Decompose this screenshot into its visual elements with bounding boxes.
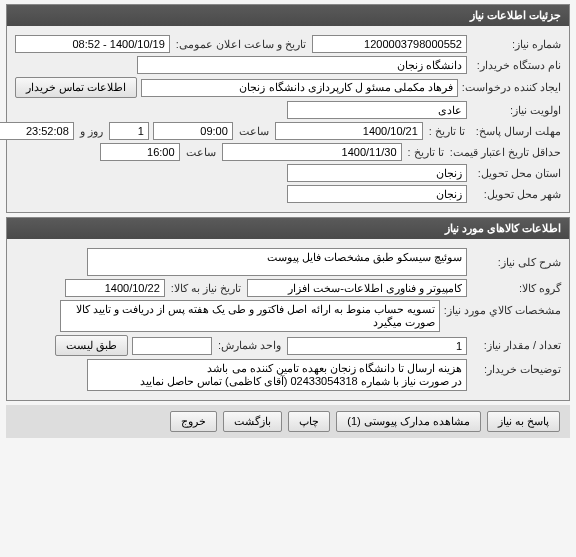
buyer-field[interactable] (137, 56, 467, 74)
row-delivery-province: استان محل تحویل: (15, 164, 561, 182)
items-info-body: شرح کلی نیاز: گروه کالا: تاریخ نیاز به ک… (7, 239, 569, 400)
group-label: گروه کالا: (471, 282, 561, 295)
row-buyer-notes: توضیحات خریدار: (15, 359, 561, 391)
need-number-label: شماره نیاز: (471, 38, 561, 51)
buyer-contact-button[interactable]: اطلاعات تماس خریدار (15, 77, 137, 98)
per-list-button[interactable]: طبق لیست (55, 335, 128, 356)
spec-label: مشخصات کالاي مورد نیاز: (444, 300, 561, 317)
requester-label: ایجاد کننده درخواست: (462, 81, 561, 94)
general-desc-field[interactable] (87, 248, 467, 276)
unit-field[interactable] (132, 337, 212, 355)
need-by-field[interactable] (65, 279, 165, 297)
buyer-notes-field[interactable] (87, 359, 467, 391)
row-buyer: نام دستگاه خریدار: (15, 56, 561, 74)
spec-field[interactable] (60, 300, 440, 332)
time-label-2: ساعت (184, 146, 218, 159)
buyer-label: نام دستگاه خریدار: (471, 59, 561, 72)
delivery-city-label: شهر محل تحویل: (471, 188, 561, 201)
delivery-city-field[interactable] (287, 185, 467, 203)
footer-toolbar: پاسخ به نیاز مشاهده مدارک پیوستی (1) چاپ… (6, 405, 570, 438)
items-info-panel: اطلاعات کالاهای مورد نیاز شرح کلی نیاز: … (6, 217, 570, 401)
to-date-label-1: تا تاریخ : (427, 125, 467, 138)
days-count-field[interactable] (109, 122, 149, 140)
row-requester: ایجاد کننده درخواست: اطلاعات تماس خریدار (15, 77, 561, 98)
need-info-header: جزئیات اطلاعات نیاز (7, 5, 569, 26)
need-info-panel: جزئیات اطلاعات نیاز شماره نیاز: تاریخ و … (6, 4, 570, 213)
row-price-validity: حداقل تاریخ اعتبار قیمت: تا تاریخ : ساعت (15, 143, 561, 161)
reply-time-field[interactable] (153, 122, 233, 140)
exit-button[interactable]: خروج (170, 411, 217, 432)
need-number-field[interactable] (312, 35, 467, 53)
row-general-desc: شرح کلی نیاز: (15, 248, 561, 276)
row-spec: مشخصات کالاي مورد نیاز: (15, 300, 561, 332)
price-date-field[interactable] (222, 143, 402, 161)
row-reply-deadline: مهلت ارسال پاسخ: تا تاریخ : ساعت روز و س… (15, 122, 561, 140)
reply-button[interactable]: پاسخ به نیاز (487, 411, 560, 432)
group-field[interactable] (247, 279, 467, 297)
delivery-province-label: استان محل تحویل: (471, 167, 561, 180)
priority-label: اولویت نیاز: (471, 104, 561, 117)
row-qty: تعداد / مقدار نیاز: واحد شمارش: طبق لیست (15, 335, 561, 356)
need-info-body: شماره نیاز: تاریخ و ساعت اعلان عمومی: نا… (7, 26, 569, 212)
to-date-label-2: تا تاریخ : (406, 146, 446, 159)
qty-label: تعداد / مقدار نیاز: (471, 339, 561, 352)
reply-date-field[interactable] (275, 122, 423, 140)
row-priority: اولویت نیاز: (15, 101, 561, 119)
items-info-header: اطلاعات کالاهای مورد نیاز (7, 218, 569, 239)
price-time-field[interactable] (100, 143, 180, 161)
attachments-button[interactable]: مشاهده مدارک پیوستی (1) (336, 411, 481, 432)
row-need-number: شماره نیاز: تاریخ و ساعت اعلان عمومی: (15, 35, 561, 53)
delivery-province-field[interactable] (287, 164, 467, 182)
need-by-label: تاریخ نیاز به کالا: (169, 282, 243, 295)
reply-deadline-label: مهلت ارسال پاسخ: (471, 125, 561, 138)
public-announce-field[interactable] (15, 35, 170, 53)
remain-time-field[interactable] (0, 122, 74, 140)
days-and-label: روز و (78, 125, 105, 138)
back-button[interactable]: بازگشت (223, 411, 282, 432)
row-group: گروه کالا: تاریخ نیاز به کالا: (15, 279, 561, 297)
unit-label: واحد شمارش: (216, 339, 283, 352)
time-label-1: ساعت (237, 125, 271, 138)
buyer-notes-label: توضیحات خریدار: (471, 359, 561, 376)
row-delivery-city: شهر محل تحویل: (15, 185, 561, 203)
print-button[interactable]: چاپ (288, 411, 330, 432)
priority-field[interactable] (287, 101, 467, 119)
general-desc-label: شرح کلی نیاز: (471, 256, 561, 269)
requester-field[interactable] (141, 79, 458, 97)
qty-field[interactable] (287, 337, 467, 355)
public-announce-label: تاریخ و ساعت اعلان عمومی: (174, 38, 308, 51)
price-validity-label: حداقل تاریخ اعتبار قیمت: (450, 146, 561, 159)
